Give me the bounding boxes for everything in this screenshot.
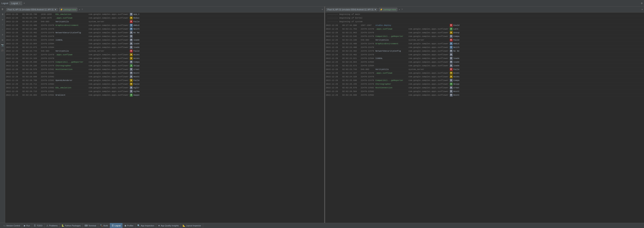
table-row[interactable]: 2022-12-29 02:02:23.673 22470-22584 com.… <box>5 45 324 49</box>
table-row[interactable]: 2022-12-29 02:02:23.402 22470-22470 Netw… <box>5 31 324 34</box>
panel2-close-button[interactable]: ✕ <box>642 8 643 11</box>
status-item-app-quality-insights[interactable]: ★ App Quality Insights <box>156 223 181 228</box>
panel2-log-content[interactable]: --------- beginning of main--------- beg… <box>325 12 644 223</box>
table-row[interactable]: 2022-12-29 02:02:23.664 22470-22584 com.… <box>325 60 644 64</box>
table-row[interactable]: 2022-12-29 02:02:24.328 22470-22470 com.… <box>5 56 324 60</box>
panel2-filter[interactable]: ⚡ package:mine <box>378 8 397 11</box>
table-row[interactable]: 2022-12-29 02:02:26.709 22470-22582 Open… <box>5 79 324 82</box>
status-item-run[interactable]: ▶ Run <box>22 223 32 228</box>
status-item-build[interactable]: 🔨 Build <box>98 223 110 228</box>
log-level-badge: E <box>130 49 133 52</box>
table-row[interactable]: 2022-12-29 02:02:26.803 22470-22582 Gral… <box>5 93 324 97</box>
table-row[interactable]: 2022-12-29 02:02:23.402 22470-22470 Netw… <box>325 49 644 53</box>
panel1-star-icon[interactable]: ★ <box>78 8 80 11</box>
log-date: 2022-12-29 <box>326 43 342 45</box>
table-row[interactable]: 2022-12-29 02:02:23.664 22470-22584 com.… <box>5 42 324 45</box>
table-row[interactable]: 2022-12-29 02:02:25.690 22470-22470 Comp… <box>5 60 324 64</box>
table-row[interactable]: 2022-12-29 02:02:23.673 22470-22584 com.… <box>325 64 644 68</box>
tab-close-icon[interactable]: ✕ <box>19 2 20 4</box>
scroll-up-icon[interactable]: ↑ <box>1 28 4 31</box>
status-item-version-control[interactable]: ↑↓ Version Control <box>2 223 22 228</box>
log-pkg: com.google.samples.apps.sunflower <box>88 43 129 45</box>
table-row[interactable]: 2022-12-29 02:02:23.743 546-603 VerityUt… <box>5 49 324 53</box>
status-item-layout-inspector[interactable]: 📐 Layout Inspector <box>181 223 203 228</box>
status-item-app-inspection[interactable]: 🔍 App Inspection <box>136 223 156 228</box>
panel1-filter[interactable]: ⚡ package:mine <box>59 8 78 11</box>
panel1-help-icon[interactable]: ? <box>81 8 83 11</box>
log-message: ANGLE <box>454 43 644 45</box>
logcat-tab[interactable]: Logcat ✕ <box>9 1 22 5</box>
status-item-terminal[interactable]: ⌨ Terminal <box>83 223 98 228</box>
panel1-device-selector[interactable]: Pixel XL API 31 (emulator-5554) Android … <box>6 8 58 11</box>
status-item-todo[interactable]: ☰ TODO <box>32 223 44 228</box>
table-row[interactable]: 2022-12-29 02:02:23.400 22470-22470 com.… <box>325 45 644 49</box>
log-pkg: com.google.samples.apps.sunflower <box>88 54 129 56</box>
log-level: D <box>129 31 134 34</box>
log-time: 02:02:23.664 <box>342 61 361 63</box>
panel1-toolbar: Pixel XL API 31 (emulator-5554) Android … <box>5 6 324 12</box>
table-row[interactable]: 2022-12-29 02:02:23.743 546-603 VerityUt… <box>325 68 644 71</box>
log-time: 02:02:26.579 <box>342 87 361 89</box>
table-row[interactable]: 2022-12-29 02:02:23.402 22470-22470 com.… <box>5 34 324 38</box>
table-row[interactable]: 2022-12-29 02:02:26.715 22470-22582 com.… <box>5 90 324 93</box>
log-pid: 22470-22582 <box>361 87 376 89</box>
format-icon[interactable]: ≡ <box>1 33 4 37</box>
panel1-close-button[interactable]: ✕ <box>322 8 323 11</box>
log-pkg: system_server <box>408 68 449 70</box>
table-row[interactable]: 2022-12-29 02:02:23.199 546-603 VerityUt… <box>5 20 324 23</box>
table-row[interactable]: 2022-12-29 02:02:26.584 22470-22582 com.… <box>5 71 324 75</box>
table-row[interactable]: 2022-12-29 02:02:26.579 22470-22582 Host… <box>325 86 644 90</box>
status-item-python-packages[interactable]: 🐍 Python Packages <box>60 223 83 228</box>
table-row[interactable]: 2022-12-29 02:02:26.155 22470-22470 Chor… <box>5 64 324 68</box>
log-pid: 22470-22470 <box>41 24 56 26</box>
table-row[interactable]: 2022-12-29 02:02:23.400 22470-22470 com.… <box>5 27 324 31</box>
table-row[interactable]: 2022-12-29 02:02:21.963 22470-22470 com.… <box>325 31 644 34</box>
table-row[interactable]: 2022-12-29 02:02:26.579 22470-22582 Host… <box>5 68 324 71</box>
scroll-end-icon[interactable]: ↓ <box>1 23 4 26</box>
restart-icon[interactable]: ↺ <box>1 18 4 21</box>
status-item-problems[interactable]: ⚠ Problems <box>44 223 60 228</box>
video-icon[interactable]: 🎥 <box>1 48 4 52</box>
table-row[interactable]: 2022-12-29 02:02:26.713 22470-22582 EGL_… <box>5 86 324 90</box>
table-row[interactable]: 2022-12-29 02:02:23.402 22470-22470 com.… <box>325 53 644 56</box>
panel2-help-icon[interactable]: ? <box>401 8 403 11</box>
table-row[interactable]: 2022-12-29 02:02:26.711 22470-22582 com.… <box>5 82 324 86</box>
log-pid: 22470-22584 <box>41 43 56 45</box>
settings-icon[interactable]: ⚙ <box>641 2 642 5</box>
table-row[interactable]: 2022-12-29 02:02:24.328 22470-22470 com.… <box>325 75 644 79</box>
table-row[interactable]: 2022-12-29 02:02:21.763 22470-22470 .app… <box>325 27 644 31</box>
tab-add-button[interactable]: + <box>23 2 25 5</box>
table-row[interactable]: 2022-12-29 02:02:26.699 22470-22582 com.… <box>325 93 644 97</box>
fold-icon[interactable]: ⊟ <box>1 38 4 42</box>
table-row[interactable]: 2022-12-29 02:02:22.545 22470-22470 Comp… <box>325 34 644 38</box>
table-row[interactable]: 2022-12-29 02:02:26.584 22470-22582 com.… <box>325 90 644 93</box>
panel2-device-selector[interactable]: Pixel XL API 31 (emulator-5554) Android … <box>326 8 378 11</box>
table-row[interactable]: 2022-12-29 02:02:26.699 22470-22582 com.… <box>5 75 324 79</box>
table-row[interactable]: 2022-12-29 01:01:04.770 1639-1675 .apps.… <box>5 16 324 20</box>
camera-icon[interactable]: 📷 <box>1 43 4 47</box>
panel1-log-content[interactable]: 2022-12-29 01:00:55.790 1639-1855 EGL_em… <box>5 12 324 223</box>
table-row[interactable]: 2022-12-29 01:00:55.790 1639-1855 EGL_em… <box>5 12 324 16</box>
table-row[interactable]: 2022-12-29 02:02:23.400 22470-22470 Grap… <box>325 42 644 45</box>
pause-icon[interactable]: ⏸ <box>1 12 4 16</box>
log-date: 2022-12-29 <box>326 79 342 81</box>
panel1-device-chevron: ▼ <box>54 8 56 11</box>
status-item-logcat[interactable]: ☰ Logcat <box>110 223 122 228</box>
table-row[interactable]: 2022-12-29 02:02:24.327 22470-22470 .app… <box>325 71 644 75</box>
log-date: 2022-12-29 <box>326 54 342 56</box>
panel2-star-icon[interactable]: ★ <box>398 8 400 11</box>
log-level-badge: D <box>450 64 453 67</box>
table-row[interactable]: 2022-12-29 02:02:23.199 546-603 VerityUt… <box>325 38 644 42</box>
log-panel-2: Pixel XL API 31 (emulator-5554) Android … <box>325 6 644 223</box>
table-row[interactable]: 2022-12-29 02:02:23.621 22470-22584 libE… <box>5 38 324 42</box>
status-item-profiler[interactable]: ◉ Profiler <box>122 223 136 228</box>
log-date: 2022-12-29 <box>6 43 22 45</box>
table-row[interactable]: 2022-12-29 02:02:23.400 22470-22470 Grap… <box>5 23 324 27</box>
table-row[interactable]: 2022-12-29 02:02:25.690 22470-22470 Comp… <box>325 79 644 82</box>
log-pkg: com.google.samples.apps.sunflower <box>408 54 449 56</box>
table-row[interactable]: 2022-12-29 02:02:24.327 22470-22470 .app… <box>5 53 324 56</box>
table-row[interactable]: 2022-12-29 02:02:26.155 22470-22470 Chor… <box>325 82 644 86</box>
table-row[interactable]: 2022-12-29 02:02:23.621 22470-22584 libE… <box>325 56 644 60</box>
table-row[interactable]: 2022-12-28 09:27:44.890 1507-1507 studio… <box>325 23 644 27</box>
clear-logcat-icon[interactable]: 🗑 <box>1 7 4 11</box>
